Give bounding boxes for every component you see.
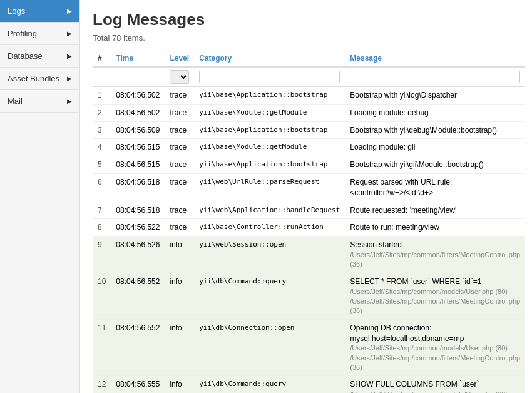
cell-num: 2 bbox=[93, 104, 111, 121]
message-path-text: /Users/Jeff/Sites/mp/common/models/User.… bbox=[350, 390, 520, 393]
message-main-text: Bootstrap with yii\log\Dispatcher bbox=[350, 90, 520, 101]
sidebar-item-profiling[interactable]: Profiling▶ bbox=[0, 23, 79, 45]
cell-num: 5 bbox=[93, 156, 111, 174]
message-main-text: Loading module: gii bbox=[350, 142, 520, 153]
cell-num: 11 bbox=[93, 319, 111, 376]
message-main-text: Route to run: meeting/view bbox=[350, 222, 520, 233]
cell-category: yii\web\Application::handleRequest bbox=[194, 202, 345, 219]
message-path-text: /Users/Jeff/Sites/mp/common/filters/Meet… bbox=[350, 250, 520, 270]
cell-message: Request parsed with URL rule: <controlle… bbox=[345, 173, 525, 202]
cell-level: trace bbox=[165, 173, 194, 202]
cell-category: yii\base\Application::bootstrap bbox=[194, 156, 345, 174]
cell-time: 08:04:56.526 bbox=[111, 237, 165, 273]
category-filter-input[interactable] bbox=[199, 71, 340, 83]
sidebar-item-logs[interactable]: Logs▶ bbox=[0, 0, 79, 23]
message-main-text: Bootstrap with yii\gii\Module::bootstrap… bbox=[350, 160, 520, 170]
chevron-right-icon: ▶ bbox=[67, 8, 72, 14]
cell-time: 08:04:56.552 bbox=[111, 273, 165, 319]
cell-num: 3 bbox=[93, 121, 111, 139]
cell-category: yii\base\Application::bootstrap bbox=[194, 121, 345, 139]
level-filter-select[interactable]: trace info warning error bbox=[170, 70, 189, 84]
cell-time: 08:04:56.502 bbox=[111, 87, 165, 105]
cell-num: 8 bbox=[93, 219, 111, 237]
col-header-message: Message bbox=[345, 50, 525, 67]
cell-time: 08:04:56.515 bbox=[111, 139, 165, 156]
message-main-text: Request parsed with URL rule: <controlle… bbox=[350, 177, 520, 198]
total-label: Total 78 items. bbox=[93, 33, 519, 43]
cell-time: 08:04:56.518 bbox=[111, 202, 165, 219]
table-row: 308:04:56.509traceyii\base\Application::… bbox=[93, 121, 525, 139]
chevron-right-icon: ▶ bbox=[67, 98, 72, 105]
filter-category-cell bbox=[194, 67, 345, 87]
cell-level: info bbox=[165, 273, 194, 319]
sidebar-item-asset-bundles[interactable]: Asset Bundles▶ bbox=[0, 68, 79, 90]
cell-level: trace bbox=[165, 139, 194, 156]
cell-level: trace bbox=[165, 202, 194, 219]
table-row: 208:04:56.502traceyii\base\Module::getMo… bbox=[93, 104, 525, 121]
cell-level: trace bbox=[165, 104, 194, 121]
table-row: 508:04:56.515traceyii\base\Application::… bbox=[93, 156, 525, 174]
table-row: 1008:04:56.552infoyii\db\Command::queryS… bbox=[93, 273, 525, 319]
table-row: 1108:04:56.552infoyii\db\Connection::ope… bbox=[93, 319, 525, 376]
cell-category: yii\db\Connection::open bbox=[194, 319, 345, 376]
message-main-text: SELECT * FROM `user` WHERE `id`=1 bbox=[350, 277, 520, 287]
col-header-category: Category bbox=[194, 50, 345, 67]
cell-num: 12 bbox=[93, 376, 111, 393]
sidebar: Logs▶Profiling▶Database▶Asset Bundles▶Ma… bbox=[0, 0, 80, 393]
cell-category: yii\web\UrlRule::parseRequest bbox=[194, 173, 345, 202]
filter-time-cell bbox=[111, 67, 165, 87]
cell-message: Route to run: meeting/view bbox=[345, 219, 525, 237]
cell-num: 7 bbox=[93, 202, 111, 219]
message-path-text: /Users/Jeff/Sites/mp/common/models/User.… bbox=[350, 287, 520, 297]
cell-level: info bbox=[165, 237, 194, 273]
cell-category: yii\base\Controller::runAction bbox=[194, 219, 345, 237]
filter-level-cell: trace info warning error bbox=[165, 67, 194, 87]
message-main-text: Opening DB connection: mysql:host=localh… bbox=[350, 323, 520, 344]
message-filter-input[interactable] bbox=[350, 71, 520, 83]
cell-message: Opening DB connection: mysql:host=localh… bbox=[345, 319, 525, 376]
cell-category: yii\base\Module::getModule bbox=[194, 139, 345, 156]
cell-message: Loading module: gii bbox=[345, 139, 525, 156]
cell-category: yii\db\Command::query bbox=[194, 376, 345, 393]
sidebar-item-label: Mail bbox=[8, 96, 23, 106]
filter-message-cell bbox=[345, 67, 525, 87]
filter-row: trace info warning error bbox=[93, 67, 525, 87]
cell-time: 08:04:56.515 bbox=[111, 156, 165, 174]
cell-time: 08:04:56.502 bbox=[111, 104, 165, 121]
main-content: Log Messages Total 78 items. # Time Leve… bbox=[80, 0, 532, 393]
sidebar-item-database[interactable]: Database▶ bbox=[0, 45, 79, 68]
cell-num: 1 bbox=[93, 87, 111, 105]
table-row: 908:04:56.526infoyii\web\Session::openSe… bbox=[93, 237, 525, 273]
table-row: 408:04:56.515traceyii\base\Module::getMo… bbox=[93, 139, 525, 156]
message-path-text: /Users/Jeff/Sites/mp/common/filters/Meet… bbox=[350, 297, 520, 316]
sidebar-item-label: Asset Bundles bbox=[8, 74, 59, 83]
col-header-level: Level bbox=[165, 50, 194, 67]
cell-level: trace bbox=[165, 121, 194, 139]
chevron-right-icon: ▶ bbox=[67, 75, 72, 82]
cell-category: yii\web\Session::open bbox=[194, 237, 345, 273]
table-header-row: # Time Level Category Message bbox=[93, 50, 525, 67]
cell-num: 9 bbox=[93, 237, 111, 273]
cell-message: Bootstrap with yii\gii\Module::bootstrap… bbox=[345, 156, 525, 174]
cell-time: 08:04:56.555 bbox=[111, 376, 165, 393]
col-header-time: Time bbox=[111, 50, 165, 67]
cell-message: SELECT * FROM `user` WHERE `id`=1/Users/… bbox=[345, 273, 525, 319]
message-main-text: Session started bbox=[350, 240, 520, 250]
sidebar-item-label: Logs bbox=[8, 6, 25, 16]
cell-time: 08:04:56.552 bbox=[111, 319, 165, 376]
message-main-text: Loading module: debug bbox=[350, 108, 520, 118]
table-row: 708:04:56.518traceyii\web\Application::h… bbox=[93, 202, 525, 219]
message-main-text: Bootstrap with yii\debug\Module::bootstr… bbox=[350, 125, 520, 136]
sidebar-item-mail[interactable]: Mail▶ bbox=[0, 90, 79, 113]
cell-num: 10 bbox=[93, 273, 111, 319]
cell-level: trace bbox=[165, 156, 194, 174]
table-row: 808:04:56.522traceyii\base\Controller::r… bbox=[93, 219, 525, 237]
table-row: 1208:04:56.555infoyii\db\Command::queryS… bbox=[93, 376, 525, 393]
cell-time: 08:04:56.509 bbox=[111, 121, 165, 139]
cell-category: yii\base\Application::bootstrap bbox=[194, 87, 345, 105]
log-table: # Time Level Category Message trace info… bbox=[93, 50, 525, 393]
sidebar-item-label: Database bbox=[8, 51, 43, 61]
cell-message: Bootstrap with yii\debug\Module::bootstr… bbox=[345, 121, 525, 139]
table-row: 608:04:56.518traceyii\web\UrlRule::parse… bbox=[93, 173, 525, 202]
cell-message: Route requested: 'meeting/view' bbox=[345, 202, 525, 219]
